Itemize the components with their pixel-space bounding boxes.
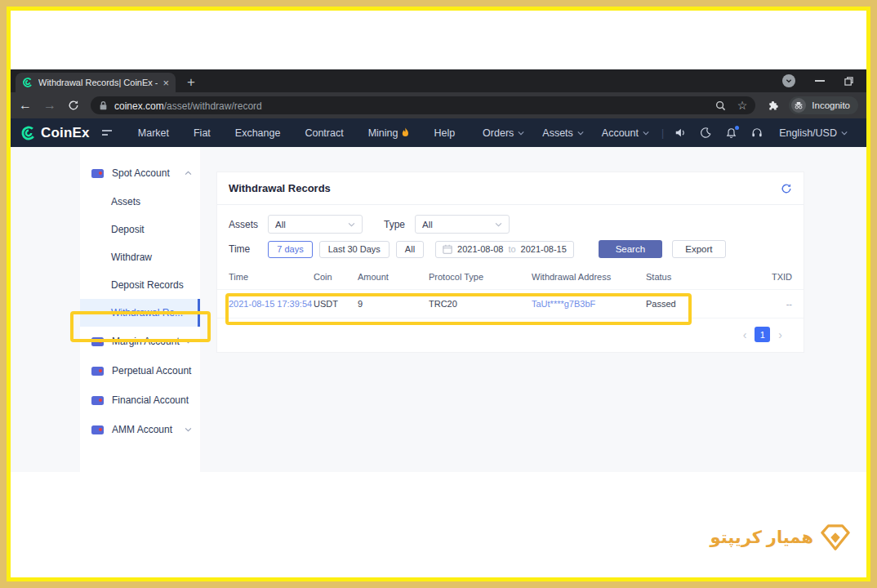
sidebar-item-margin-account[interactable]: Margin Account bbox=[80, 327, 200, 356]
notification-dot bbox=[735, 126, 739, 130]
chevron-down-icon bbox=[643, 131, 649, 136]
type-filter-label: Type bbox=[384, 219, 405, 230]
nav-item-assets[interactable]: Assets bbox=[533, 127, 593, 139]
nav-item-account[interactable]: Account bbox=[593, 127, 658, 139]
chevron-down-icon bbox=[185, 427, 192, 432]
page-number[interactable]: 1 bbox=[755, 327, 770, 342]
minimize-button[interactable] bbox=[815, 80, 825, 82]
address-bar[interactable]: coinex.com/asset/withdraw/record ☆ bbox=[91, 96, 755, 114]
nav-item-exchange[interactable]: Exchange bbox=[223, 127, 293, 139]
navbar-right: Orders Assets Account | English/USD bbox=[474, 127, 857, 139]
table-header-row: Time Coin Amount Protocol Type Withdrawa… bbox=[217, 265, 804, 289]
nav-item-fiat[interactable]: Fiat bbox=[181, 127, 223, 139]
url-path: /asset/withdraw/record bbox=[164, 100, 262, 112]
toolbar-right: Incognito bbox=[767, 96, 858, 114]
sound-icon[interactable] bbox=[667, 127, 693, 138]
wallet-icon bbox=[91, 425, 104, 434]
col-status: Status bbox=[646, 272, 737, 282]
chevron-down-icon bbox=[841, 131, 848, 136]
chevron-down-icon bbox=[495, 222, 502, 227]
sidebar-item-assets[interactable]: Assets bbox=[80, 188, 200, 216]
sidebar-item-withdrawal-records[interactable]: Withdrawal Re... bbox=[80, 299, 200, 327]
panel-header: Withdrawal Records bbox=[217, 172, 804, 205]
coinex-navbar: CoinEx Market Fiat Exchange Contract Min… bbox=[11, 118, 866, 147]
sidebar-item-withdraw[interactable]: Withdraw bbox=[80, 243, 200, 271]
col-time: Time bbox=[229, 272, 314, 282]
browser-tab[interactable]: Withdrawal Records| CoinEx - Th × bbox=[16, 73, 176, 92]
apps-menu-icon[interactable] bbox=[101, 128, 113, 138]
dark-mode-moon-icon[interactable] bbox=[693, 127, 719, 138]
next-page-icon[interactable]: › bbox=[778, 328, 782, 341]
cell-address-link[interactable]: TaUt****g7B3bF bbox=[532, 299, 646, 309]
chrome-control-menu-icon[interactable] bbox=[782, 74, 795, 87]
sidebar-item-deposit-records[interactable]: Deposit Records bbox=[80, 271, 200, 299]
nav-item-mining[interactable]: Mining bbox=[356, 127, 422, 139]
browser-tab-bar: Withdrawal Records| CoinEx - Th × + bbox=[11, 69, 866, 92]
cell-time: 2021-08-15 17:39:54 bbox=[229, 299, 314, 309]
time-filter-label: Time bbox=[229, 243, 250, 255]
chevron-down-icon bbox=[577, 131, 584, 136]
table-row: 2021-08-15 17:39:54 USDT 9 TRC20 TaUt***… bbox=[217, 289, 804, 318]
chevron-down-icon bbox=[348, 222, 355, 227]
time-all-button[interactable]: All bbox=[396, 241, 424, 258]
watermark-text: همیار کریپتو bbox=[710, 528, 814, 547]
page-title: Withdrawal Records bbox=[229, 182, 331, 194]
prev-page-icon[interactable]: ‹ bbox=[743, 328, 747, 341]
chevron-down-icon bbox=[185, 339, 192, 344]
type-filter-select[interactable]: All bbox=[415, 215, 510, 234]
page-content: Spot Account Assets Deposit Withdraw Dep… bbox=[11, 147, 866, 472]
chevron-down-icon bbox=[518, 131, 524, 136]
tab-title: Withdrawal Records| CoinEx - Th bbox=[38, 78, 158, 87]
restore-window-button[interactable] bbox=[844, 77, 853, 86]
lock-icon bbox=[99, 100, 108, 110]
locale-selector[interactable]: English/USD bbox=[770, 127, 857, 139]
sidebar-item-amm-account[interactable]: AMM Account bbox=[80, 415, 200, 444]
col-txid: TXID bbox=[737, 272, 792, 282]
nav-item-help[interactable]: Help bbox=[422, 127, 468, 139]
back-icon[interactable]: ← bbox=[19, 99, 32, 112]
cell-protocol: TRC20 bbox=[429, 299, 532, 309]
col-protocol: Protocol Type bbox=[429, 272, 532, 282]
assets-filter-label: Assets bbox=[229, 219, 258, 230]
filters: Assets All Type All Time 7 days Last 30 … bbox=[217, 205, 804, 258]
extensions-puzzle-icon[interactable] bbox=[767, 100, 779, 112]
incognito-badge[interactable]: Incognito bbox=[789, 96, 858, 114]
sidebar-item-deposit[interactable]: Deposit bbox=[80, 216, 200, 243]
export-button[interactable]: Export bbox=[672, 240, 726, 258]
notifications-bell-icon[interactable] bbox=[719, 127, 744, 139]
coinex-logo[interactable]: CoinEx bbox=[20, 125, 90, 141]
sidebar-item-spot-account[interactable]: Spot Account bbox=[80, 158, 200, 188]
zoom-page-icon[interactable] bbox=[715, 100, 726, 111]
tab-close-icon[interactable]: × bbox=[162, 78, 169, 88]
wallet-icon bbox=[91, 396, 104, 405]
nav-item-market[interactable]: Market bbox=[126, 127, 181, 139]
col-address: Withdrawal Address bbox=[532, 272, 646, 282]
date-range-input[interactable]: 2021-08-08 to 2021-08-15 bbox=[435, 241, 574, 258]
browser-toolbar: ← → coinex.com/asset/withdraw/record ☆ bbox=[11, 92, 866, 118]
annotated-screenshot: Withdrawal Records| CoinEx - Th × + ← → … bbox=[0, 0, 877, 588]
date-to: 2021-08-15 bbox=[521, 244, 567, 254]
forward-icon[interactable]: → bbox=[43, 99, 56, 112]
cell-status: Passed bbox=[646, 299, 737, 309]
time-30days-button[interactable]: Last 30 Days bbox=[319, 241, 390, 258]
wallet-icon bbox=[91, 169, 104, 178]
assets-filter-select[interactable]: All bbox=[268, 215, 363, 234]
fire-icon bbox=[401, 127, 410, 138]
withdrawal-records-panel: Withdrawal Records Assets All Type All bbox=[216, 172, 804, 353]
reload-icon[interactable] bbox=[68, 100, 79, 111]
nav-item-contract[interactable]: Contract bbox=[292, 127, 355, 139]
watermark: همیار کریپتو bbox=[710, 523, 852, 552]
refresh-icon[interactable] bbox=[781, 183, 792, 194]
nav-item-orders[interactable]: Orders bbox=[474, 127, 533, 139]
sidebar-item-financial-account[interactable]: Financial Account bbox=[80, 385, 200, 415]
new-tab-button[interactable]: + bbox=[187, 75, 195, 89]
pagination: ‹ 1 › bbox=[217, 318, 804, 352]
nav-divider: | bbox=[658, 127, 667, 139]
bookmark-star-icon[interactable]: ☆ bbox=[737, 100, 748, 111]
time-7days-button[interactable]: 7 days bbox=[268, 241, 312, 258]
support-headset-icon[interactable] bbox=[744, 127, 770, 138]
window-controls bbox=[782, 74, 866, 92]
date-from: 2021-08-08 bbox=[457, 244, 503, 254]
search-button[interactable]: Search bbox=[599, 240, 662, 258]
sidebar-item-perpetual-account[interactable]: Perpetual Account bbox=[80, 356, 200, 385]
